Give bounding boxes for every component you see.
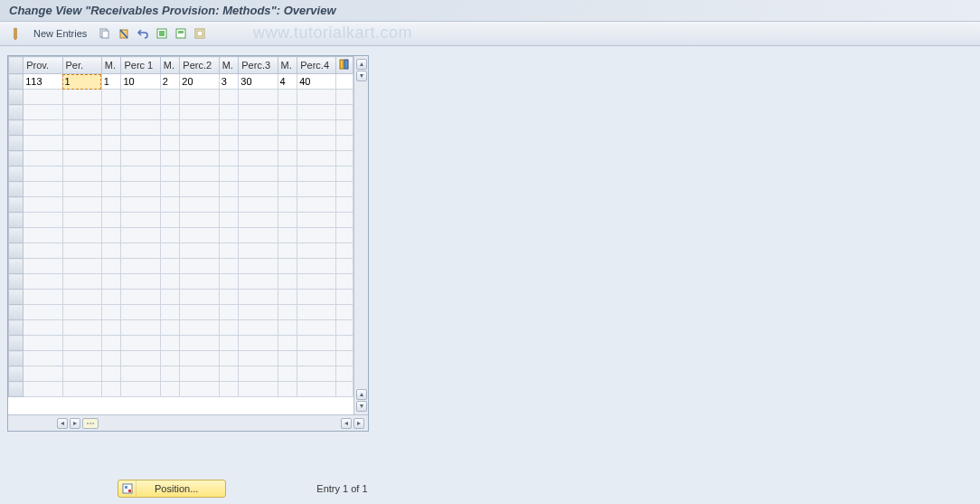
svg-point-12 — [87, 423, 89, 424]
svg-rect-16 — [125, 486, 127, 489]
position-label: Position... — [137, 483, 225, 494]
col-m3[interactable]: M. — [219, 57, 239, 74]
page-title: Change View "Receivables Provision: Meth… — [9, 4, 336, 17]
table-row[interactable]: 113 1 1 10 2 20 3 30 4 40 — [9, 74, 353, 90]
col-perc2[interactable]: Perc.2 — [180, 57, 219, 74]
table-row[interactable] — [9, 182, 353, 197]
table-row[interactable] — [9, 228, 353, 243]
svg-rect-10 — [340, 60, 344, 69]
scroll-right2-icon[interactable] — [353, 418, 364, 429]
content-area: Prov. Per. M. Perc 1 M. Perc.2 M. Perc.3… — [0, 46, 980, 504]
row-selector[interactable] — [9, 74, 24, 90]
svg-rect-17 — [128, 490, 131, 492]
cell-per[interactable]: 1 — [62, 74, 101, 90]
cell-perc4[interactable]: 40 — [297, 74, 336, 90]
cell-m3[interactable]: 3 — [219, 74, 239, 90]
cell-perc2[interactable]: 20 — [180, 74, 219, 90]
scroll-left2-icon[interactable] — [341, 418, 352, 429]
select-all-icon[interactable] — [154, 25, 170, 42]
table-row[interactable] — [9, 259, 353, 274]
vertical-scrollbar[interactable] — [353, 56, 368, 414]
table-row[interactable] — [9, 243, 353, 259]
data-grid: Prov. Per. M. Perc 1 M. Perc.2 M. Perc.3… — [8, 56, 353, 397]
position-button[interactable]: Position... — [118, 480, 226, 498]
col-m1[interactable]: M. — [101, 57, 121, 74]
scroll-right-icon[interactable] — [70, 418, 80, 429]
entry-count: Entry 1 of 1 — [316, 483, 367, 494]
col-perc4[interactable]: Perc.4 — [297, 57, 336, 74]
table-row[interactable] — [9, 213, 353, 228]
col-config-button[interactable] — [336, 57, 353, 74]
scroll-left-icon[interactable] — [57, 418, 68, 429]
toggle-change-icon[interactable] — [7, 25, 24, 42]
scroll-down-icon[interactable] — [356, 71, 367, 81]
table-row[interactable] — [9, 366, 353, 382]
table-row[interactable] — [9, 382, 353, 397]
scroll-up-icon[interactable] — [356, 59, 367, 70]
scroll-up2-icon[interactable] — [356, 389, 367, 400]
cell-m4[interactable]: 4 — [278, 74, 297, 90]
table-row[interactable] — [9, 305, 353, 320]
table-row[interactable] — [9, 90, 353, 105]
table-container: Prov. Per. M. Perc 1 M. Perc.2 M. Perc.3… — [7, 55, 369, 432]
table-row[interactable] — [9, 136, 353, 151]
scroll-extent-icon[interactable] — [82, 418, 99, 429]
undo-icon[interactable] — [135, 25, 151, 42]
svg-point-14 — [92, 423, 94, 424]
table-row[interactable] — [9, 351, 353, 366]
svg-rect-5 — [159, 31, 165, 36]
watermark-text: www.tutorialkart.com — [253, 24, 412, 43]
cell-perc3[interactable]: 30 — [239, 74, 278, 90]
table-row[interactable] — [9, 274, 353, 290]
window-titlebar: Change View "Receivables Provision: Meth… — [0, 0, 980, 22]
table-row[interactable] — [9, 290, 353, 305]
col-prov[interactable]: Prov. — [24, 57, 62, 74]
footer: Position... Entry 1 of 1 — [118, 480, 368, 498]
corner-cell[interactable] — [9, 57, 24, 74]
col-m4[interactable]: M. — [278, 57, 297, 74]
cell-m2[interactable]: 2 — [160, 74, 180, 90]
svg-rect-11 — [344, 60, 348, 69]
table-row[interactable] — [9, 151, 353, 166]
cell-m1[interactable]: 1 — [101, 74, 121, 90]
cell-perc1[interactable]: 10 — [121, 74, 160, 90]
select-block-icon[interactable] — [173, 25, 189, 42]
delete-icon[interactable] — [116, 25, 132, 42]
toolbar: New Entries www.tutorialkart.com — [0, 22, 980, 46]
cell-prov[interactable]: 113 — [24, 74, 62, 90]
svg-rect-7 — [178, 31, 184, 33]
col-per[interactable]: Per. — [62, 57, 101, 74]
col-perc1[interactable]: Perc 1 — [121, 57, 160, 74]
svg-rect-1 — [102, 31, 108, 38]
svg-point-13 — [90, 423, 91, 424]
deselect-all-icon[interactable] — [192, 25, 208, 42]
table-row[interactable] — [9, 105, 353, 120]
position-icon — [118, 480, 137, 497]
col-perc3[interactable]: Perc.3 — [239, 57, 278, 74]
horizontal-scrollbar[interactable] — [8, 414, 368, 431]
col-m2[interactable]: M. — [160, 57, 180, 74]
header-row: Prov. Per. M. Perc 1 M. Perc.2 M. Perc.3… — [9, 57, 353, 74]
table-row[interactable] — [9, 320, 353, 336]
table-row[interactable] — [9, 336, 353, 351]
new-entries-button[interactable]: New Entries — [26, 26, 94, 41]
table-row[interactable] — [9, 120, 353, 136]
cell-pad — [336, 74, 353, 90]
table-row[interactable] — [9, 166, 353, 182]
table-row[interactable] — [9, 197, 353, 213]
copy-icon[interactable] — [97, 25, 113, 42]
scroll-down2-icon[interactable] — [356, 401, 367, 412]
